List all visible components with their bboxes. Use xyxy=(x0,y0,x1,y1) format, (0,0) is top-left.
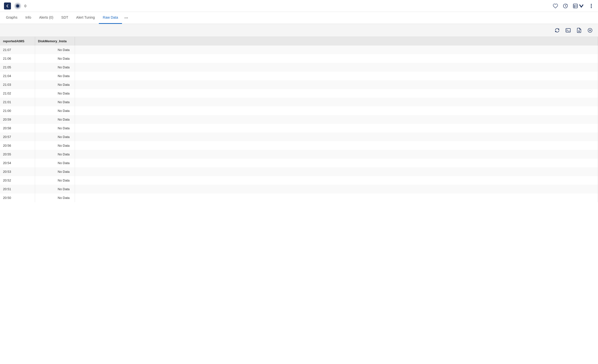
cell-empty xyxy=(75,63,598,72)
cell-disk-memory: No Data xyxy=(35,89,75,98)
logo-icon xyxy=(14,2,21,10)
cell-empty xyxy=(75,80,598,89)
cell-disk-memory: No Data xyxy=(35,54,75,63)
table-row: 20:57No Data xyxy=(0,133,598,141)
table-row: 21:04No Data xyxy=(0,72,598,80)
svg-point-13 xyxy=(127,17,128,18)
col-header-diskMemory: DiskMemory_Insta xyxy=(35,37,75,46)
tabs-bar: Graphs Info Alerts (0) SDT Alert Tuning … xyxy=(0,12,598,24)
cell-empty xyxy=(75,141,598,150)
cell-empty xyxy=(75,133,598,141)
cell-disk-memory: No Data xyxy=(35,124,75,133)
cell-empty xyxy=(75,98,598,106)
cell-empty xyxy=(75,150,598,159)
table-row: 21:03No Data xyxy=(0,80,598,89)
cell-disk-memory: No Data xyxy=(35,63,75,72)
cell-empty xyxy=(75,124,598,133)
cell-disk-memory: No Data xyxy=(35,159,75,167)
data-table-container: reportedAtMS DiskMemory_Insta 21:07No Da… xyxy=(0,37,598,364)
table-row: 21:06No Data xyxy=(0,54,598,63)
tab-sdt[interactable]: SDT xyxy=(57,12,72,24)
cell-disk-memory: No Data xyxy=(35,46,75,54)
table-header-row: reportedAtMS DiskMemory_Insta xyxy=(0,37,598,46)
col-header-reportedAtMS: reportedAtMS xyxy=(0,37,35,46)
toolbar xyxy=(0,24,598,37)
clock-alert-icon[interactable] xyxy=(563,3,568,9)
cell-empty xyxy=(75,72,598,80)
cell-empty xyxy=(75,89,598,98)
cell-time: 21:03 xyxy=(0,80,35,89)
tab-alerts[interactable]: Alerts (0) xyxy=(35,12,57,24)
table-row: 20:56No Data xyxy=(0,141,598,150)
cell-time: 21:06 xyxy=(0,54,35,63)
tab-alert-tuning[interactable]: Alert Tuning xyxy=(72,12,99,24)
table-row: 21:02No Data xyxy=(0,89,598,98)
cell-empty xyxy=(75,185,598,193)
cell-time: 21:07 xyxy=(0,46,35,54)
cell-time: 20:57 xyxy=(0,133,35,141)
cell-disk-memory: No Data xyxy=(35,167,75,176)
svg-point-10 xyxy=(591,7,592,8)
cell-empty xyxy=(75,115,598,124)
cell-time: 21:01 xyxy=(0,98,35,106)
table-view-icon[interactable] xyxy=(573,3,584,9)
cell-time: 20:58 xyxy=(0,124,35,133)
cell-disk-memory: No Data xyxy=(35,185,75,193)
svg-rect-4 xyxy=(573,4,578,8)
cell-empty xyxy=(75,159,598,167)
cell-empty xyxy=(75,54,598,63)
cell-disk-memory: No Data xyxy=(35,150,75,159)
svg-point-2 xyxy=(16,4,19,7)
heart-icon[interactable] xyxy=(553,3,558,9)
cell-time: 21:04 xyxy=(0,72,35,80)
svg-point-9 xyxy=(591,5,592,6)
cell-empty xyxy=(75,167,598,176)
cell-disk-memory: No Data xyxy=(35,98,75,106)
top-bar: 0 xyxy=(0,0,598,12)
back-button[interactable] xyxy=(4,2,11,9)
cell-time: 20:55 xyxy=(0,150,35,159)
cell-disk-memory: No Data xyxy=(35,176,75,185)
cell-empty xyxy=(75,193,598,202)
cell-disk-memory: No Data xyxy=(35,106,75,115)
col-header-empty xyxy=(75,37,598,46)
raw-data-table: reportedAtMS DiskMemory_Insta 21:07No Da… xyxy=(0,37,598,202)
badge-count: 0 xyxy=(24,4,26,8)
cell-time: 20:52 xyxy=(0,176,35,185)
table-row: 20:54No Data xyxy=(0,159,598,167)
cell-time: 20:56 xyxy=(0,141,35,150)
svg-point-8 xyxy=(591,4,592,5)
cell-time: 21:02 xyxy=(0,89,35,98)
svg-point-12 xyxy=(126,17,127,18)
cell-empty xyxy=(75,46,598,54)
tab-raw-data[interactable]: Raw Data xyxy=(99,12,122,24)
cell-time: 20:53 xyxy=(0,167,35,176)
cell-time: 20:51 xyxy=(0,185,35,193)
table-row: 20:58No Data xyxy=(0,124,598,133)
more-menu-icon[interactable] xyxy=(589,3,594,9)
cell-time: 20:54 xyxy=(0,159,35,167)
table-row: 20:59No Data xyxy=(0,115,598,124)
cell-disk-memory: No Data xyxy=(35,115,75,124)
tab-info[interactable]: Info xyxy=(21,12,35,24)
cell-disk-memory: No Data xyxy=(35,141,75,150)
top-bar-right xyxy=(553,3,594,9)
cell-time: 21:05 xyxy=(0,63,35,72)
table-row: 21:07No Data xyxy=(0,46,598,54)
cell-time: 20:59 xyxy=(0,115,35,124)
tab-graphs[interactable]: Graphs xyxy=(2,12,21,24)
cell-disk-memory: No Data xyxy=(35,133,75,141)
csv-export-button[interactable] xyxy=(575,26,583,34)
table-row: 20:55No Data xyxy=(0,150,598,159)
table-row: 21:01No Data xyxy=(0,98,598,106)
cell-empty xyxy=(75,106,598,115)
refresh-button[interactable] xyxy=(553,26,561,34)
tab-more-icon[interactable] xyxy=(122,12,130,24)
svg-rect-14 xyxy=(566,28,570,32)
top-bar-left: 0 xyxy=(4,2,26,10)
table-row: 20:53No Data xyxy=(0,167,598,176)
console-button[interactable] xyxy=(564,26,572,34)
cancel-button[interactable] xyxy=(586,26,594,34)
cell-disk-memory: No Data xyxy=(35,80,75,89)
cell-time: 21:00 xyxy=(0,106,35,115)
